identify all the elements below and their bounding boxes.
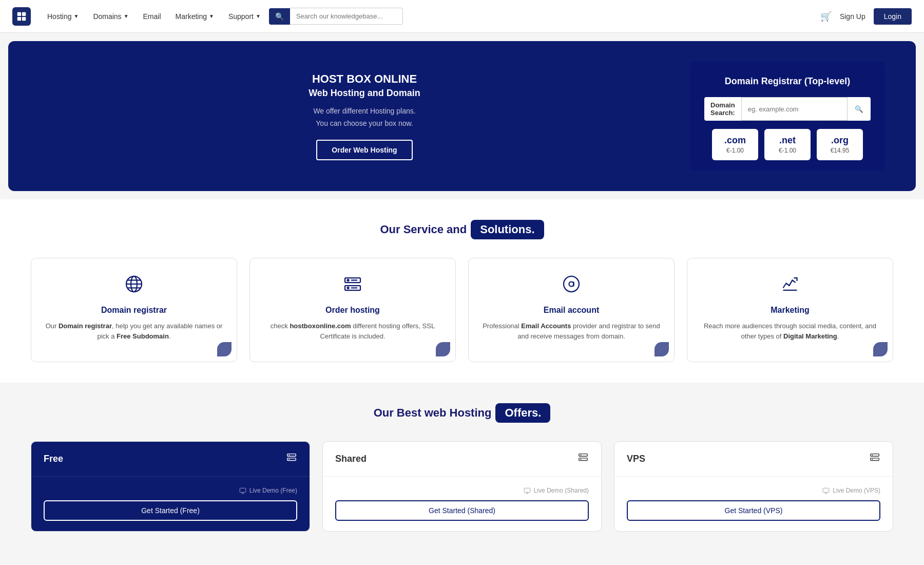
hero-title: HOST BOX ONLINE bbox=[39, 72, 690, 86]
nav-right: 🛒 Sign Up Login bbox=[820, 8, 912, 25]
nav-hosting-chevron: ▼ bbox=[73, 13, 79, 19]
hosting-vps-server-icon bbox=[869, 452, 880, 466]
service-domain-name: Domain registrar bbox=[42, 306, 226, 315]
svg-point-12 bbox=[348, 287, 349, 289]
nav-hosting[interactable]: Hosting ▼ bbox=[41, 8, 85, 25]
domain-search-input[interactable] bbox=[741, 97, 848, 121]
tld-net-price: €-1.00 bbox=[775, 147, 800, 154]
svg-rect-3 bbox=[22, 16, 26, 20]
card-leaf-email bbox=[654, 342, 669, 356]
hosting-card-vps-body: Live Demo (VPS) Get Started (VPS) bbox=[614, 477, 893, 531]
service-card-domain: Domain registrar Our Domain registrar, h… bbox=[31, 258, 237, 362]
hosting-title-text: Our Best web Hosting bbox=[374, 406, 492, 420]
card-leaf-marketing bbox=[873, 342, 888, 356]
navbar: Hosting ▼ Domains ▼ Email Marketing ▼ Su… bbox=[0, 0, 924, 33]
marketing-icon bbox=[698, 275, 882, 297]
hosting-card-free-body: Live Demo (Free) Get Started (Free) bbox=[31, 477, 310, 531]
service-card-email: Email account Professional Email Account… bbox=[468, 258, 675, 362]
svg-point-16 bbox=[569, 282, 574, 287]
service-domain-desc: Our Domain registrar, help you get any a… bbox=[42, 321, 226, 341]
nav-domains-chevron: ▼ bbox=[124, 13, 129, 19]
vps-live-demo: Live Demo (VPS) bbox=[627, 487, 880, 494]
tld-org-name: .org bbox=[827, 135, 853, 146]
tld-net-name: .net bbox=[775, 135, 800, 146]
nav-domains[interactable]: Domains ▼ bbox=[87, 8, 134, 25]
hosting-cards: Free Live Demo (Free) Get Started (Free) bbox=[31, 441, 893, 532]
svg-rect-1 bbox=[22, 12, 26, 15]
svg-rect-30 bbox=[524, 488, 530, 492]
domain-search-row: DomainSearch: 🔍 bbox=[704, 97, 871, 121]
svg-rect-34 bbox=[871, 458, 879, 461]
hosting-card-free-header: Free bbox=[31, 442, 310, 477]
hosting-shared-name: Shared bbox=[335, 454, 367, 464]
hero-left: HOST BOX ONLINE Web Hosting and Domain W… bbox=[39, 72, 690, 160]
domain-icon bbox=[42, 275, 226, 297]
hosting-card-shared-header: Shared bbox=[323, 442, 601, 477]
svg-rect-33 bbox=[871, 454, 879, 457]
service-marketing-name: Marketing bbox=[698, 306, 882, 315]
svg-rect-37 bbox=[823, 488, 829, 492]
hero-desc2: You can choose your box now. bbox=[39, 119, 690, 127]
nav-search-input[interactable] bbox=[290, 8, 403, 25]
svg-rect-2 bbox=[17, 16, 21, 20]
nav-email[interactable]: Email bbox=[137, 8, 167, 25]
shared-get-started-button[interactable]: Get Started (Shared) bbox=[335, 500, 589, 521]
nav-marketing-chevron: ▼ bbox=[209, 13, 214, 19]
nav-search-wrapper: 🔍 bbox=[269, 8, 403, 25]
free-get-started-button[interactable]: Get Started (Free) bbox=[44, 500, 297, 521]
card-leaf-domain bbox=[217, 342, 232, 356]
hero-subtitle: Web Hosting and Domain bbox=[39, 88, 690, 99]
tld-com-price: €-1.00 bbox=[722, 147, 748, 154]
free-live-demo: Live Demo (Free) bbox=[44, 487, 297, 494]
hero-section: HOST BOX ONLINE Web Hosting and Domain W… bbox=[8, 41, 916, 191]
svg-rect-27 bbox=[579, 458, 588, 461]
hero-desc1: We offer different Hosting plans. bbox=[39, 107, 690, 115]
cart-icon[interactable]: 🛒 bbox=[820, 11, 832, 22]
tld-net[interactable]: .net €-1.00 bbox=[764, 129, 811, 160]
tld-com[interactable]: .com €-1.00 bbox=[712, 129, 758, 160]
hosting-card-shared: Shared Live Demo (Shared) Get Started (S… bbox=[322, 441, 602, 532]
nav-support[interactable]: Support ▼ bbox=[222, 8, 267, 25]
login-button[interactable]: Login bbox=[874, 8, 912, 25]
svg-rect-0 bbox=[17, 12, 21, 15]
hosting-title-highlight: Offers. bbox=[495, 403, 550, 423]
svg-point-11 bbox=[348, 279, 349, 281]
service-card-marketing: Marketing Reach more audiences through s… bbox=[687, 258, 893, 362]
hosting-shared-server-icon bbox=[578, 452, 589, 466]
nav-search-button[interactable]: 🔍 bbox=[269, 8, 290, 25]
vps-get-started-button[interactable]: Get Started (VPS) bbox=[627, 500, 880, 521]
svg-rect-20 bbox=[287, 458, 296, 461]
service-hosting-desc: check hostboxonline.com different hostin… bbox=[260, 321, 445, 341]
hosting-title: Our Best web Hosting Offers. bbox=[31, 403, 893, 423]
tld-com-name: .com bbox=[722, 135, 748, 146]
nav-support-label: Support bbox=[228, 12, 254, 21]
service-cards: Domain registrar Our Domain registrar, h… bbox=[31, 258, 893, 362]
logo[interactable] bbox=[12, 7, 31, 26]
nav-marketing[interactable]: Marketing ▼ bbox=[169, 8, 220, 25]
hosting-card-shared-body: Live Demo (Shared) Get Started (Shared) bbox=[323, 477, 601, 531]
hosting-card-vps-header: VPS bbox=[614, 442, 893, 477]
hosting-free-name: Free bbox=[44, 454, 63, 464]
card-leaf-hosting bbox=[436, 342, 450, 356]
nav-domains-label: Domains bbox=[93, 12, 121, 21]
tld-org-price: €14.95 bbox=[827, 147, 853, 154]
nav-hosting-label: Hosting bbox=[47, 12, 71, 21]
svg-point-15 bbox=[564, 276, 579, 292]
tld-org[interactable]: .org €14.95 bbox=[817, 129, 863, 160]
domain-search-button[interactable]: 🔍 bbox=[848, 97, 871, 121]
svg-rect-19 bbox=[287, 454, 296, 457]
service-card-hosting: Order hosting check hostboxonline.com di… bbox=[249, 258, 456, 362]
services-title-text: Our Service and bbox=[380, 223, 467, 236]
order-hosting-button[interactable]: Order Web Hosting bbox=[316, 140, 412, 160]
hosting-free-server-icon bbox=[286, 452, 297, 466]
domain-search-label: DomainSearch: bbox=[704, 97, 741, 121]
signup-button[interactable]: Sign Up bbox=[840, 12, 865, 21]
service-hosting-name: Order hosting bbox=[260, 306, 445, 315]
nav-items: Hosting ▼ Domains ▼ Email Marketing ▼ Su… bbox=[41, 8, 820, 25]
services-section: Our Service and Solutions. Domain regist… bbox=[0, 199, 924, 383]
svg-rect-23 bbox=[240, 488, 246, 492]
logo-icon bbox=[12, 7, 31, 26]
nav-email-label: Email bbox=[143, 12, 161, 21]
service-marketing-desc: Reach more audiences through social medi… bbox=[698, 321, 882, 341]
domain-registrar-title: Domain Registrar (Top-level) bbox=[704, 76, 871, 87]
